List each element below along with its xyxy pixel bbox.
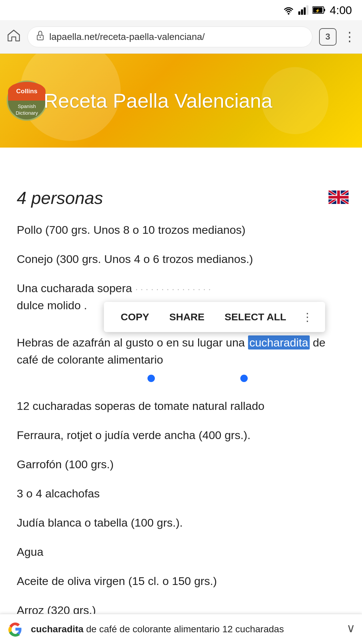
svg-text:⚡: ⚡ (315, 8, 320, 13)
battery-icon: ⚡ (312, 6, 326, 14)
google-search-query: cucharadita de café de colorante aliment… (31, 624, 340, 635)
signal-icon (298, 5, 308, 15)
tab-count-button[interactable]: 3 (319, 28, 337, 46)
svg-point-10 (40, 37, 41, 38)
google-logo (7, 621, 24, 638)
wifi-icon (283, 5, 294, 15)
ingredient-5: Ferraura, rotjet o judía verde ancha (40… (13, 427, 349, 444)
svg-rect-1 (298, 11, 300, 15)
svg-rect-4 (306, 5, 308, 15)
share-button[interactable]: SHARE (159, 302, 215, 332)
selected-word: cucharadita (248, 335, 310, 350)
ingredient-10: Aceite de oliva virgen (15 cl. o 150 grs… (13, 573, 349, 590)
ingredient-1: Conejo (300 grs. Unos 4 o 6 trozos media… (13, 251, 349, 268)
collins-badge: Collins Spanish Dictionary (7, 80, 47, 121)
status-icons: ⚡ 4:00 (283, 4, 352, 17)
search-highlight-word: cucharadita (31, 624, 83, 634)
url-bar[interactable]: lapaella.net/receta-paella-valenciana/ (27, 26, 312, 47)
browser-bar: lapaella.net/receta-paella-valenciana/ 3… (0, 20, 362, 54)
svg-rect-3 (304, 7, 306, 15)
svg-rect-2 (301, 9, 303, 15)
more-options-button[interactable]: ⋮ (296, 302, 318, 332)
lock-icon (36, 31, 45, 43)
svg-rect-6 (324, 9, 325, 11)
copy-button[interactable]: COPY (111, 302, 159, 332)
time: 4:00 (330, 4, 352, 17)
svg-point-0 (288, 13, 289, 15)
ingredient-0: Pollo (700 grs. Unos 8 o 10 trozos media… (13, 221, 349, 238)
context-menu: COPY SHARE SELECT ALL ⋮ (104, 302, 325, 332)
ingredient-8: Judía blanca o tabella (100 grs.). (13, 514, 349, 531)
content-area: 4 personas Pollo (700 grs. Unos 8 o 10 t… (0, 181, 362, 644)
spacer (0, 148, 362, 181)
selection-handle-left (147, 375, 155, 382)
ingredient-3: Hebras de azafrán al gusto o en su lugar… (13, 334, 349, 385)
status-bar: ⚡ 4:00 (0, 0, 362, 20)
select-all-button[interactable]: SELECT ALL (215, 302, 296, 332)
ingredient-4: 12 cucharadas soperas de tomate natural … (13, 397, 349, 415)
ingredient-9: Agua (13, 543, 349, 560)
ingredient-7: 3 o 4 alcachofas (13, 485, 349, 502)
google-search-bar[interactable]: cucharadita de café de colorante aliment… (0, 614, 362, 644)
uk-flag-icon[interactable] (328, 188, 349, 208)
recipe-serves: 4 personas (13, 188, 349, 208)
selection-handle-right (240, 375, 248, 382)
collapse-button[interactable]: ∧ (347, 622, 355, 636)
url-text: lapaella.net/receta-paella-valenciana/ (49, 32, 205, 42)
home-button[interactable] (7, 29, 21, 45)
page-title: Receta Paella Valenciana (44, 89, 273, 112)
ingredient-6: Garrofón (100 grs.) (13, 456, 349, 473)
browser-menu-button[interactable]: ⋮ (343, 30, 355, 44)
hero-banner: Collins Spanish Dictionary Receta Paella… (0, 54, 362, 148)
